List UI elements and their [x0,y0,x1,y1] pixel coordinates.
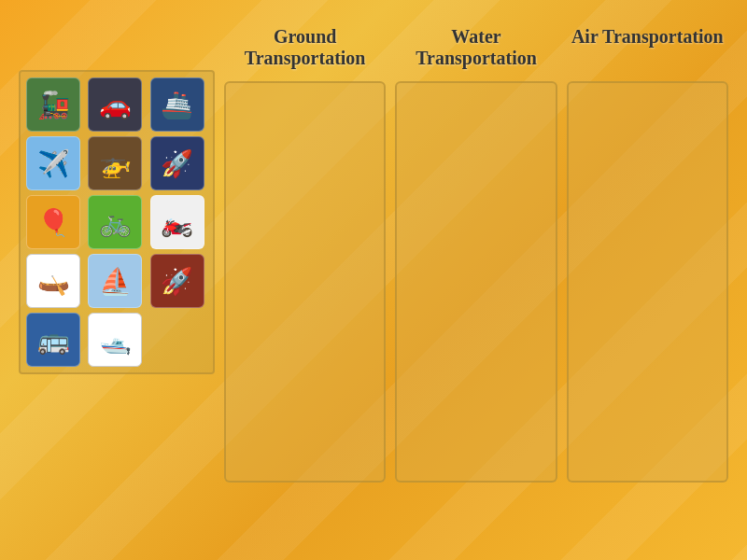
list-item[interactable]: 🛥️ [88,313,142,367]
air-transportation-header: Air Transportation [567,19,728,77]
ground-drop-zone[interactable] [224,81,386,483]
list-item[interactable]: 🚀 [150,136,204,190]
list-item[interactable]: 🚲 [88,195,142,249]
list-item[interactable]: 🏍️ [150,195,204,249]
ground-transportation-header: Ground Transportation [224,19,386,77]
air-drop-zone[interactable] [567,81,728,483]
image-panel: 🚂 🚗 🚢 ✈️ 🚁 🚀 🎈 🚲 🏍️ 🛶 ⛵ 🚀 🚌 🛥️ [19,70,215,374]
list-item[interactable]: ⛵ [88,254,142,308]
list-item[interactable]: 🚢 [150,77,204,132]
water-drop-zone[interactable] [395,81,557,483]
list-item[interactable]: 🚗 [88,77,142,132]
list-item[interactable]: 🚀 [150,254,204,308]
list-item[interactable]: 🚂 [26,77,80,132]
category-columns [224,81,728,483]
main-container: 🚂 🚗 🚢 ✈️ 🚁 🚀 🎈 🚲 🏍️ 🛶 ⛵ 🚀 🚌 🛥️ Ground Tr… [0,0,747,560]
list-item[interactable]: ✈️ [26,136,80,190]
list-item[interactable]: 🚁 [88,136,142,190]
list-item[interactable]: 🛶 [26,254,80,308]
water-transportation-header: Water Transportation [395,19,557,77]
categories-section: Ground Transportation Water Transportati… [224,19,728,483]
list-item[interactable]: 🎈 [26,195,80,249]
list-item[interactable]: 🚌 [26,313,80,367]
category-headers: Ground Transportation Water Transportati… [224,19,728,77]
